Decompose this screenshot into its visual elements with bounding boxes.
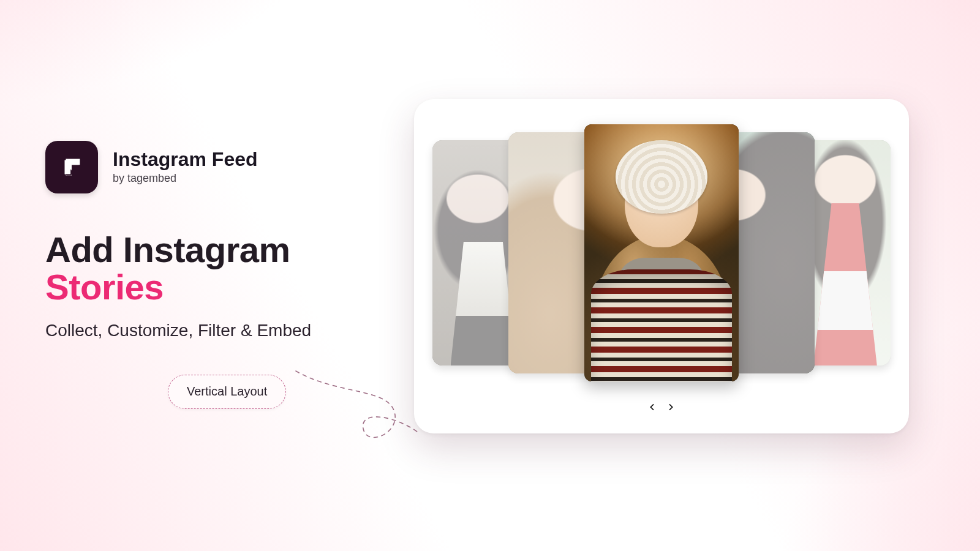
subline: Collect, Customize, Filter & Embed: [45, 321, 388, 340]
headline: Add Instagram Stories: [45, 231, 388, 306]
brand-title: Instagram Feed: [113, 149, 258, 170]
headline-accent: Stories: [45, 267, 164, 307]
brand-row: Instagram Feed by tagembed: [45, 141, 388, 193]
story-card-center[interactable]: [584, 124, 739, 381]
headline-line1: Add Instagram: [45, 230, 290, 269]
tagembed-logo-icon: [45, 141, 98, 193]
preview-card: [414, 99, 909, 433]
stories-carousel[interactable]: [414, 127, 909, 378]
brand-subtitle: by tagembed: [113, 172, 258, 185]
carousel-next-button[interactable]: [663, 399, 679, 415]
carousel-prev-button[interactable]: [644, 399, 660, 415]
chevron-right-icon: [666, 402, 676, 412]
layout-badge: Vertical Layout: [168, 375, 286, 409]
chevron-left-icon: [647, 402, 657, 412]
